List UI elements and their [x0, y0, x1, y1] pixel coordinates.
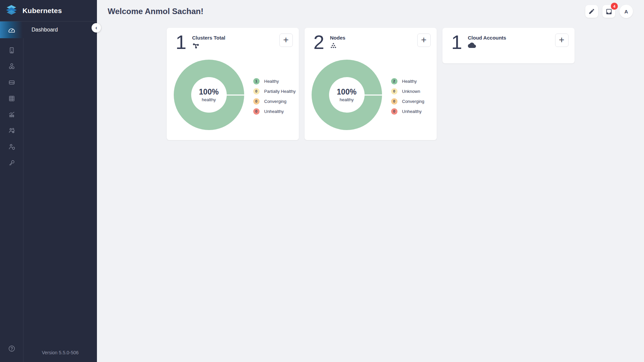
legend-row-unhealthy: 0 Unhealthy	[391, 106, 425, 116]
rail-item-clusters[interactable]	[0, 58, 23, 74]
legend-count-badge: 1	[253, 78, 260, 84]
legend-count-badge: 0	[391, 108, 397, 115]
legend-row-unhealthy: 0 Unhealthy	[253, 106, 296, 116]
legend-count-badge: 0	[253, 88, 260, 95]
sidebar-panel: Dashboard Version 5.5.0-506	[23, 21, 97, 362]
help-icon	[8, 345, 16, 353]
legend-label: Unknown	[402, 89, 420, 94]
nodes-count: 2	[314, 33, 324, 52]
nodes-legend: 2 Healthy 0 Unknown 0 Converging 0 Unhea…	[391, 76, 425, 116]
brand-title: Kubernetes	[22, 7, 62, 15]
clusters-count: 1	[176, 33, 186, 52]
brand-header: Kubernetes	[0, 0, 97, 21]
legend-label: Healthy	[264, 79, 279, 84]
access-key-icon	[8, 159, 16, 167]
rail-item-dashboard[interactable]	[0, 21, 23, 38]
nodes-donut-label: healthy	[340, 97, 354, 102]
legend-count-badge: 0	[253, 108, 260, 115]
legend-row-converging: 0 Converging	[391, 96, 425, 106]
legend-row-converging: 0 Converging	[253, 96, 296, 106]
legend-count-badge: 2	[391, 78, 397, 84]
donut-segment-divider	[226, 95, 244, 96]
rail-item-user-management[interactable]	[0, 123, 23, 139]
add-cluster-button[interactable]: +	[279, 34, 293, 47]
clusters-cubes-icon	[8, 62, 16, 70]
avatar-initial: A	[625, 9, 628, 14]
cluster-node-icon	[192, 42, 225, 50]
legend-label: Unhealthy	[402, 109, 422, 114]
legend-row-partially-healthy: 0 Partially Healthy	[253, 86, 296, 96]
cloud-accounts-card: 1 Cloud Accounts +	[442, 28, 575, 63]
kubernetes-layers-logo-icon	[5, 5, 18, 16]
main-content: Welcome Anmol Sachan! 4 A	[97, 0, 644, 362]
topbar: Welcome Anmol Sachan! 4 A	[97, 0, 644, 18]
rail-item-infrastructure[interactable]	[0, 74, 23, 90]
legend-row-unknown: 0 Unknown	[391, 86, 425, 96]
sidebar-item-dashboard[interactable]: Dashboard	[23, 21, 97, 38]
legend-count-badge: 0	[391, 98, 397, 105]
clusters-total-card: 1 Clusters Total +	[167, 28, 299, 140]
plus-icon: +	[559, 35, 564, 45]
organization-building-icon	[8, 46, 16, 54]
rail-item-analytics[interactable]	[0, 107, 23, 123]
add-node-button[interactable]: +	[417, 34, 431, 47]
cloud-accounts-card-title: Cloud Accounts	[468, 35, 506, 41]
summary-cards: 1 Clusters Total +	[97, 18, 644, 140]
icon-rail	[0, 21, 23, 362]
plus-icon: +	[421, 35, 426, 45]
sidebar: Kubernetes	[0, 0, 97, 362]
legend-label: Converging	[264, 99, 287, 104]
legend-label: Unhealthy	[264, 109, 284, 114]
nodes-card-title: Nodes	[330, 35, 345, 41]
nodes-donut-percent: 100%	[337, 87, 357, 97]
pencil-icon	[588, 8, 595, 15]
clusters-donut-percent: 100%	[199, 87, 219, 97]
sidebar-item-label: Dashboard	[32, 27, 58, 33]
legend-label: Healthy	[402, 79, 417, 84]
plus-icon: +	[283, 35, 288, 45]
analytics-chart-icon	[8, 111, 16, 119]
nodes-dots-icon	[330, 42, 345, 50]
legend-count-badge: 0	[391, 88, 397, 95]
legend-label: Converging	[402, 99, 425, 104]
clusters-legend: 1 Healthy 0 Partially Healthy 0 Convergi…	[253, 76, 296, 116]
avatar[interactable]: A	[620, 5, 633, 18]
dashboard-gauge-icon	[7, 26, 16, 34]
rail-item-help[interactable]	[0, 341, 23, 357]
applications-grid-icon	[8, 95, 16, 103]
notification-count-badge: 4	[611, 3, 618, 10]
legend-label: Partially Healthy	[264, 89, 296, 94]
rail-item-applications[interactable]	[0, 90, 23, 107]
version-label: Version 5.5.0-506	[23, 350, 97, 355]
sidebar-collapse-button[interactable]: ‹	[92, 23, 101, 33]
legend-count-badge: 0	[253, 98, 260, 105]
rail-item-identity[interactable]	[0, 139, 23, 155]
clusters-donut-label: healthy	[202, 97, 216, 102]
infrastructure-server-icon	[8, 78, 16, 86]
page-title: Welcome Anmol Sachan!	[108, 7, 203, 16]
topbar-actions: 4 A	[585, 5, 633, 18]
identity-shield-icon	[8, 143, 16, 151]
add-cloud-account-button[interactable]: +	[555, 34, 569, 47]
donut-segment-divider	[364, 95, 382, 96]
nodes-card: 2 Nodes +	[305, 28, 437, 140]
chevron-left-icon: ‹	[95, 25, 97, 31]
cloud-icon	[468, 42, 506, 50]
notifications-inbox-button[interactable]: 4	[602, 5, 615, 18]
rail-item-access-keys[interactable]	[0, 155, 23, 171]
rail-item-organization[interactable]	[0, 42, 23, 58]
legend-row-healthy: 1 Healthy	[253, 76, 296, 86]
edit-dashboard-button[interactable]	[585, 5, 598, 18]
clusters-card-title: Clusters Total	[192, 35, 225, 41]
clusters-donut-chart: 100% healthy	[174, 60, 244, 130]
nodes-donut-chart: 100% healthy	[312, 60, 382, 130]
legend-row-healthy: 2 Healthy	[391, 76, 425, 86]
users-settings-icon	[8, 127, 16, 135]
inbox-icon	[605, 8, 612, 15]
cloud-accounts-count: 1	[451, 33, 462, 52]
